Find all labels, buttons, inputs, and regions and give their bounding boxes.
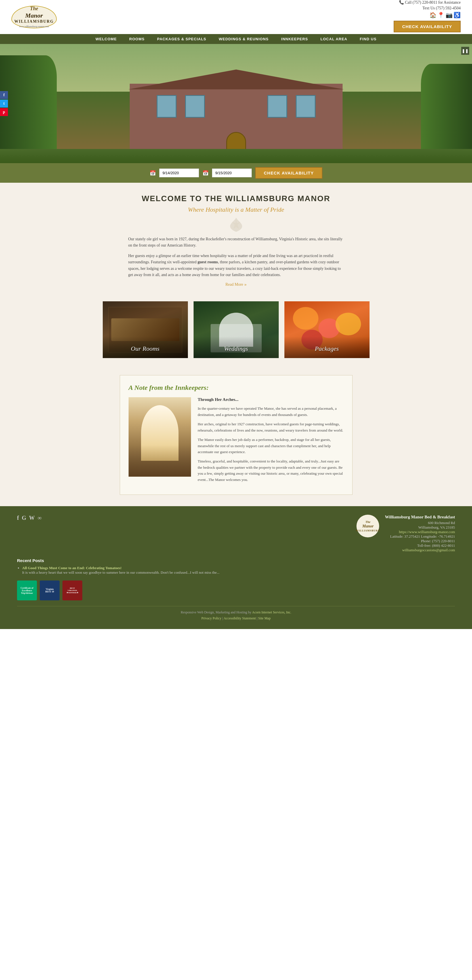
our-rooms-card[interactable]: Our Rooms [103, 301, 188, 358]
nav-welcome[interactable]: WELCOME [89, 34, 123, 44]
site-map-link[interactable]: Site Map [258, 616, 271, 620]
recent-posts-title: Recent Posts [17, 558, 455, 563]
footer-logo: The Manor WILLIAMSBURG [357, 515, 379, 538]
footer-bottom: Responsive Web Design, Marketing and Hos… [17, 606, 455, 620]
credit-line: Responsive Web Design, Marketing and Hos… [17, 610, 455, 614]
nav-rooms[interactable]: ROOMS [123, 34, 151, 44]
packages-card[interactable]: Packages [284, 301, 370, 358]
recent-post-item: All Good Things Must Come to an End: Cel… [22, 566, 455, 575]
innkeepers-para2: Her arches, original to her 1927 constru… [198, 421, 344, 433]
website-link[interactable]: https://www.williamsburg-manor.com [399, 530, 455, 534]
recent-post-excerpt: It is with a heavy heart that we will so… [22, 570, 219, 574]
weddings-card[interactable]: Weddings [194, 301, 279, 358]
logo-area: The Manor WILLIAMSBURG www.williamsburg-… [11, 3, 62, 31]
our-rooms-label: Our Rooms [103, 337, 188, 358]
accessibility-statement-link[interactable]: Accessibility Statement [224, 616, 256, 620]
footer-facebook-icon[interactable]: f [17, 515, 19, 521]
home-icon[interactable]: 🏠 [429, 12, 437, 18]
pinterest-button[interactable]: p [0, 108, 8, 116]
wheelchair-icon[interactable]: ♿ [454, 12, 461, 18]
credit-company-link[interactable]: Acorn Internet Services, Inc. [252, 610, 291, 614]
welcome-section: WELCOME TO THE WILLIAMSBURG MANOR Where … [123, 183, 350, 296]
main-nav: WELCOME ROOMS PACKAGES & SPECIALS WEDDIN… [0, 34, 472, 44]
innkeepers-para4: Timeless, graceful, and hospitable, conv… [198, 458, 344, 483]
badges-section: Certificate of ExcellenceTripAdvisor Vir… [17, 581, 455, 600]
best-virginia-badge: BESTVIRGINIA★WINNER★ [62, 581, 82, 600]
phone-text: Call (757) 220-8011 for Assistance [405, 0, 461, 5]
nav-local-area[interactable]: LOCAL AREA [314, 34, 354, 44]
nav-weddings[interactable]: WEDDINGS & REUNIONS [212, 34, 275, 44]
hero-background [0, 44, 472, 163]
innkeepers-section: A Note from the Innkeepers: Through Her … [108, 369, 364, 506]
check-availability-button[interactable]: CHECK AVAILABILITY [394, 21, 461, 32]
main-content: WELCOME TO THE WILLIAMSBURG MANOR Where … [0, 183, 472, 506]
privacy-policy-link[interactable]: Privacy Policy [201, 616, 222, 620]
coordinates: Latitude: 37.275421 Longitude: -76.71492… [385, 534, 455, 539]
twitter-button[interactable]: t [0, 100, 8, 108]
footer-wordpress-icon[interactable]: W [29, 515, 35, 521]
checkin-calendar-icon: 📅 [150, 170, 156, 176]
read-more-link[interactable]: Read More » [225, 282, 247, 287]
footer-right-top: The Manor WILLIAMSBURG Williamsburg Mano… [357, 515, 455, 552]
recent-posts-list: All Good Things Must Come to an End: Cel… [17, 566, 455, 575]
phone-icon: 📞 [399, 0, 404, 5]
footer-tripadvisor-icon[interactable]: ∞ [37, 515, 41, 521]
innkeepers-content: Through Her Arches... In the quarter-cen… [129, 397, 344, 486]
email-link[interactable]: williamsburgoccasions@gmail.com [402, 548, 455, 552]
city-state: Williamsburg, VA 23185 [385, 525, 455, 530]
social-sidebar: f t p [0, 91, 8, 116]
header-icons: 🏠 📍 📷 ♿ [429, 12, 461, 18]
nav-innkeepers[interactable]: INNKEEPERS [275, 34, 314, 44]
nav-find-us[interactable]: FIND US [354, 34, 383, 44]
header-right: 📞 Call (757) 220-8011 for Assistance Tex… [394, 0, 461, 34]
checkout-date-input[interactable] [212, 169, 252, 177]
welcome-tagline: Where Hospitality is a Matter of Pride [128, 206, 344, 213]
booking-check-availability-button[interactable]: CHECK AVAILABILITY [255, 167, 322, 179]
recent-post-link[interactable]: All Good Things Must Come to an End: Cel… [22, 566, 121, 570]
address: 600 Richmond Rd [385, 521, 455, 525]
footer-google-icon[interactable]: G [22, 515, 26, 521]
tollfree: Toll-free: (800) 422-8011 [385, 543, 455, 548]
decorative-divider [128, 216, 344, 233]
checkin-date-input[interactable] [159, 169, 199, 177]
slideshow-pause-button[interactable]: ❚❚ [461, 47, 469, 55]
hero-section: f t p ❚❚ [0, 44, 472, 163]
footer-info: Williamsburg Manor Bed & Breakfast 600 R… [385, 515, 455, 552]
booking-bar: 📅 📅 CHECK AVAILABILITY [0, 163, 472, 183]
footer: f G W ∞ The Manor WILLIAMSBURG Williamsb… [0, 506, 472, 629]
text-label: Text Us (757) 592-4504 [423, 6, 461, 10]
camera-icon[interactable]: 📷 [446, 12, 453, 18]
innkeepers-para3: The Manor easily does her job daily as a… [198, 437, 344, 455]
innkeepers-text: Through Her Arches... In the quarter-cen… [198, 397, 344, 486]
footer-left: Recent Posts All Good Things Must Come t… [17, 558, 455, 600]
virginia-best-badge: VirginiaBEST 10 [40, 581, 60, 600]
text-line: Text Us (757) 592-4504 [423, 6, 461, 11]
facebook-button[interactable]: f [0, 91, 8, 99]
welcome-heading: WELCOME TO THE WILLIAMSBURG MANOR [128, 194, 344, 203]
innkeepers-article-title: Through Her Arches... [198, 397, 344, 402]
checkout-calendar-icon: 📅 [203, 170, 209, 176]
business-name: Williamsburg Manor Bed & Breakfast [385, 515, 455, 520]
recent-posts: Recent Posts All Good Things Must Come t… [17, 558, 455, 575]
footer-social: f G W ∞ [17, 515, 42, 521]
nav-packages[interactable]: PACKAGES & SPECIALS [151, 34, 212, 44]
tripadvisor-badge: Certificate of ExcellenceTripAdvisor [17, 581, 37, 600]
innkeepers-image [129, 397, 191, 477]
footer-left-top: f G W ∞ [17, 515, 42, 521]
footer-top: f G W ∞ The Manor WILLIAMSBURG Williamsb… [17, 515, 455, 558]
weddings-label: Weddings [194, 337, 279, 358]
footer-links: Privacy Policy | Accessibility Statement… [17, 616, 455, 620]
phone-line: 📞 Call (757) 220-8011 for Assistance [399, 0, 461, 5]
room-cards-grid: Our Rooms Weddings [0, 296, 472, 369]
innkeepers-box: A Note from the Innkeepers: Through Her … [120, 375, 352, 495]
map-icon[interactable]: 📍 [437, 12, 445, 18]
packages-label: Packages [284, 337, 370, 358]
innkeepers-heading: A Note from the Innkeepers: [129, 384, 344, 391]
phone: Phone: (757) 220-8011 [385, 539, 455, 543]
header-top: The Manor WILLIAMSBURG www.williamsburg-… [0, 0, 472, 34]
welcome-para2: Her guests enjoy a glimpse of an earlier… [128, 253, 344, 278]
footer-main: Recent Posts All Good Things Must Come t… [17, 558, 455, 600]
welcome-para1: Our stately ole girl was born in 1927, d… [128, 236, 344, 249]
header: The Manor WILLIAMSBURG www.williamsburg-… [0, 0, 472, 44]
innkeepers-para1: In the quarter-century we have operated … [198, 406, 344, 418]
